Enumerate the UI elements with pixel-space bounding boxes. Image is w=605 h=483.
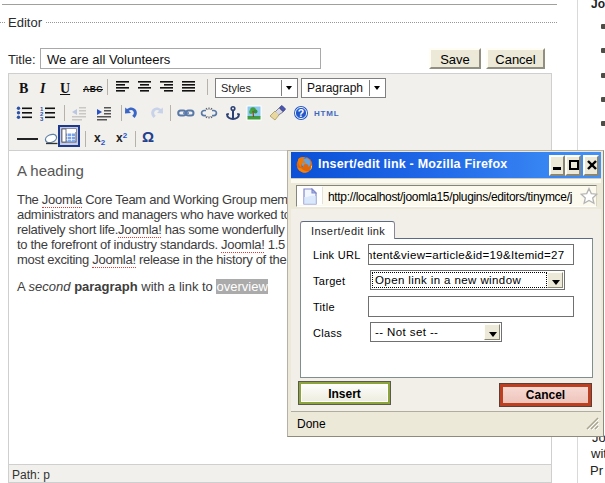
- svg-text:?: ?: [298, 107, 304, 119]
- svg-text:3: 3: [40, 116, 44, 122]
